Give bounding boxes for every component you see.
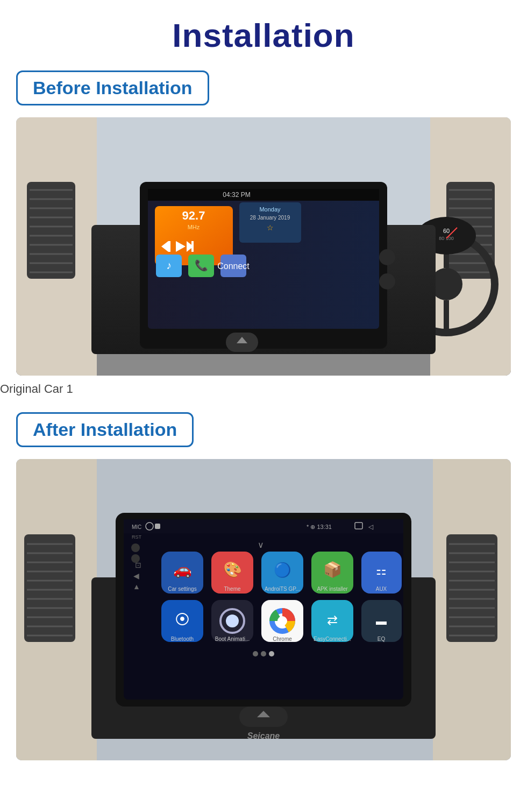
svg-text:AUX: AUX [376, 586, 387, 592]
svg-text:04:32 PM: 04:32 PM [223, 191, 250, 199]
svg-text:◀: ◀ [133, 571, 139, 580]
svg-text:Car settings: Car settings [168, 586, 196, 592]
svg-text:AndroiTS GP...: AndroiTS GP... [265, 586, 300, 592]
before-label: Before Installation [16, 70, 209, 105]
svg-text:MHz: MHz [188, 224, 200, 230]
svg-text:☆: ☆ [267, 223, 274, 232]
svg-text:▬: ▬ [376, 615, 387, 627]
svg-text:Seicane: Seicane [247, 731, 280, 740]
svg-text:♪: ♪ [166, 259, 172, 271]
svg-text:⚏: ⚏ [376, 564, 387, 577]
svg-text:EasyConnecti...: EasyConnecti... [314, 636, 351, 642]
svg-rect-38 [148, 189, 379, 201]
svg-text:60: 60 [443, 228, 450, 234]
svg-text:Theme: Theme [224, 586, 241, 592]
after-installation-image: MIC * ⊕ 13:31 ◁ RST ⊡ ◀ ▲ ∨ 🚗 Car settin… [16, 459, 511, 760]
svg-rect-93 [124, 519, 403, 533]
svg-rect-45 [168, 241, 170, 252]
svg-text:28 January 2019: 28 January 2019 [250, 215, 290, 221]
svg-point-140 [253, 651, 258, 656]
svg-point-141 [261, 651, 266, 656]
svg-text:📦: 📦 [323, 561, 342, 578]
svg-point-127 [226, 615, 239, 627]
svg-text:Boot Animati...: Boot Animati... [215, 636, 250, 642]
before-section: Before Installation [0, 70, 527, 412]
svg-text:MIC: MIC [132, 524, 141, 530]
svg-text:92.7: 92.7 [182, 209, 205, 222]
svg-text:Connect: Connect [217, 262, 250, 271]
svg-rect-3 [27, 182, 75, 279]
svg-point-142 [269, 651, 274, 656]
after-label: After Installation [16, 412, 194, 447]
svg-text:📞: 📞 [195, 259, 208, 272]
before-caption: Original Car 1 [0, 382, 73, 396]
svg-text:RST: RST [132, 534, 142, 540]
svg-text:🚗: 🚗 [173, 561, 192, 578]
before-installation-image: 60 80 100 04:32 PM FM 1 92.7 MHz [16, 117, 511, 376]
svg-point-62 [379, 273, 395, 290]
svg-text:∨: ∨ [258, 540, 264, 549]
svg-text:⦿: ⦿ [175, 611, 190, 628]
svg-text:APK installer: APK installer [317, 586, 348, 592]
svg-text:⊡: ⊡ [135, 561, 141, 569]
svg-rect-96 [155, 524, 160, 529]
svg-point-101 [131, 543, 140, 552]
page-title: Installation [172, 16, 354, 54]
svg-text:EQ: EQ [378, 636, 386, 642]
after-section: After Installation [0, 412, 527, 760]
svg-text:Chrome: Chrome [273, 636, 292, 642]
svg-text:Bluetooth: Bluetooth [171, 636, 194, 642]
svg-text:⇄: ⇄ [327, 613, 338, 627]
svg-rect-48 [191, 241, 194, 252]
svg-text:▲: ▲ [133, 582, 140, 591]
svg-point-132 [277, 616, 287, 626]
svg-text:* ⊕  13:31: * ⊕ 13:31 [307, 524, 332, 530]
svg-text:Monday: Monday [259, 206, 281, 213]
svg-point-61 [379, 249, 395, 265]
svg-text:◁: ◁ [368, 523, 374, 531]
svg-text:🎨: 🎨 [223, 561, 242, 578]
svg-text:🔵: 🔵 [274, 561, 291, 578]
